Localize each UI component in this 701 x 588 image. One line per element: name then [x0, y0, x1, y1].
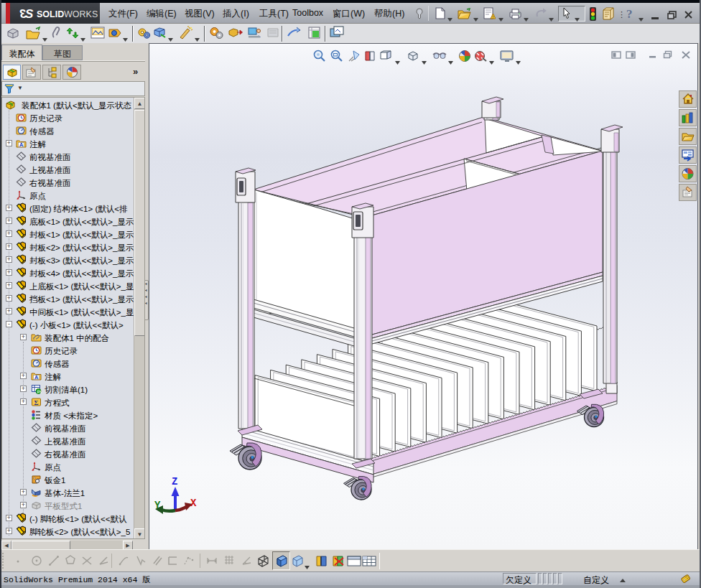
svg-text:WORKS: WORKS: [64, 9, 98, 19]
svg-text:S: S: [25, 7, 34, 21]
svg-text:Σ: Σ: [34, 399, 39, 406]
svg-text:Y: Y: [154, 500, 161, 511]
svg-text:X: X: [190, 498, 197, 509]
svg-text:SOLID: SOLID: [37, 9, 64, 19]
svg-text:PM: PM: [37, 390, 42, 394]
svg-text:Z: Z: [172, 476, 177, 487]
svg-text:?: ?: [626, 7, 633, 20]
svg-text:A: A: [19, 141, 24, 148]
svg-text:A: A: [34, 374, 39, 381]
